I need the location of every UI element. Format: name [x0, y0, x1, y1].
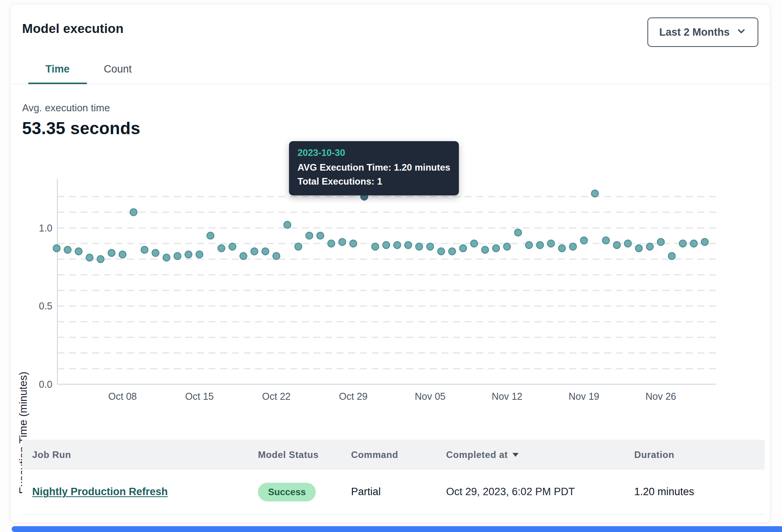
scatter-point[interactable]: [602, 237, 609, 244]
col-header-completed-at-label: Completed at: [446, 449, 508, 460]
stat-label: Avg. execution time: [22, 102, 770, 114]
col-header-command: Command: [351, 449, 446, 460]
scatter-point[interactable]: [679, 240, 686, 247]
stat-block: Avg. execution time 53.35 seconds: [10, 102, 770, 138]
scatter-point[interactable]: [625, 240, 631, 247]
scatter-point[interactable]: [141, 246, 148, 253]
scatter-point[interactable]: [657, 238, 664, 245]
scatter-point[interactable]: [273, 252, 280, 259]
scatter-point[interactable]: [163, 254, 170, 261]
col-header-completed-at[interactable]: Completed at: [446, 449, 634, 460]
scatter-point[interactable]: [218, 245, 225, 252]
job-run-link[interactable]: Nightly Production Refresh: [32, 486, 168, 497]
duration-cell: 1.20 minutes: [634, 486, 765, 498]
scatter-point[interactable]: [328, 240, 335, 247]
scatter-point[interactable]: [701, 238, 708, 245]
scatter-point[interactable]: [526, 242, 533, 249]
chevron-down-icon: [736, 26, 747, 39]
date-range-dropdown[interactable]: Last 2 Months: [647, 17, 758, 47]
page-title: Model execution: [22, 21, 124, 36]
scatter-point[interactable]: [405, 242, 412, 249]
scatter-point[interactable]: [152, 249, 159, 256]
scatter-point[interactable]: [592, 190, 599, 197]
chart-area: Execution Time (minutes) 0.00.51.0Oct 08…: [10, 167, 771, 431]
scatter-point[interactable]: [514, 229, 521, 236]
scatter-point[interactable]: [580, 237, 587, 244]
table-header-row: Job Run Model Status Command Completed a…: [22, 440, 765, 470]
scatter-point[interactable]: [350, 240, 357, 247]
scatter-point[interactable]: [86, 254, 93, 261]
scatter-point[interactable]: [427, 243, 434, 250]
scatter-point[interactable]: [196, 251, 203, 258]
x-tick-label: Nov 12: [492, 391, 522, 402]
col-header-job-run: Job Run: [22, 449, 258, 460]
tab-time[interactable]: Time: [28, 63, 87, 84]
x-tick-label: Nov 05: [415, 391, 445, 402]
scatter-point[interactable]: [119, 251, 126, 258]
status-badge: Success: [258, 483, 316, 501]
scatter-point[interactable]: [569, 243, 576, 250]
table-row: Nightly Production Refresh Success Parti…: [22, 470, 765, 515]
scatter-point[interactable]: [690, 240, 697, 247]
scatter-point[interactable]: [372, 243, 379, 250]
scatter-point[interactable]: [339, 238, 346, 245]
scatter-point[interactable]: [394, 242, 401, 249]
chart-tooltip: 2023-10-30 AVG Execution Time: 1.20 minu…: [289, 141, 459, 195]
scatter-point[interactable]: [481, 246, 488, 253]
date-range-label: Last 2 Months: [659, 26, 730, 38]
scatter-point[interactable]: [317, 232, 324, 239]
scatter-point[interactable]: [53, 245, 60, 252]
tab-count[interactable]: Count: [87, 63, 149, 84]
scatter-point[interactable]: [613, 242, 620, 249]
scatter-point[interactable]: [460, 245, 467, 252]
command-cell: Partial: [351, 486, 446, 498]
chart-tabs: Time Count: [10, 63, 770, 84]
y-tick-label: 0.0: [39, 379, 52, 390]
scatter-point[interactable]: [64, 246, 71, 253]
scatter-point[interactable]: [174, 252, 181, 259]
scatter-point[interactable]: [449, 248, 456, 255]
tooltip-avg-line: AVG Execution Time: 1.20 minutes: [298, 161, 450, 174]
x-tick-label: Nov 19: [569, 391, 599, 402]
scatter-point[interactable]: [635, 245, 642, 252]
scatter-point[interactable]: [383, 242, 390, 249]
col-header-model-status: Model Status: [258, 449, 351, 460]
model-execution-card: Model execution Last 2 Months Time Count…: [10, 4, 770, 523]
sort-descending-icon: [512, 453, 519, 457]
scatter-point[interactable]: [493, 245, 500, 252]
scatter-point[interactable]: [75, 248, 82, 255]
scatter-point[interactable]: [295, 243, 302, 250]
scatter-point[interactable]: [185, 251, 192, 258]
scatter-point[interactable]: [503, 243, 510, 250]
y-tick-label: 0.5: [39, 301, 52, 311]
completed-at-cell: Oct 29, 2023, 6:02 PM PDT: [446, 486, 634, 498]
y-tick-label: 1.0: [39, 223, 52, 233]
tooltip-total-line: Total Executions: 1: [298, 174, 450, 188]
x-tick-label: Oct 29: [339, 391, 368, 402]
scatter-point[interactable]: [207, 232, 214, 239]
scatter-point[interactable]: [668, 252, 675, 259]
scatter-point[interactable]: [108, 249, 115, 256]
scatter-point[interactable]: [262, 248, 269, 255]
scatter-point[interactable]: [547, 240, 554, 247]
scatter-point[interactable]: [438, 248, 445, 255]
scatter-point[interactable]: [559, 245, 566, 252]
col-header-duration: Duration: [634, 449, 765, 460]
scatter-point[interactable]: [97, 256, 104, 263]
scatter-point[interactable]: [229, 243, 236, 250]
scatter-point[interactable]: [306, 232, 313, 239]
scatter-point[interactable]: [240, 252, 247, 259]
card-header: Model execution Last 2 Months: [10, 4, 770, 47]
execution-time-chart[interactable]: 0.00.51.0Oct 08Oct 15Oct 22Oct 29Nov 05N…: [10, 167, 771, 431]
scatter-point[interactable]: [251, 248, 258, 255]
scatter-point[interactable]: [536, 242, 543, 249]
scatter-point[interactable]: [416, 243, 423, 250]
horizontal-scrollbar[interactable]: [12, 526, 782, 532]
scatter-point[interactable]: [646, 243, 653, 250]
scatter-point[interactable]: [284, 221, 291, 228]
stat-value: 53.35 seconds: [22, 119, 770, 138]
scatter-point[interactable]: [130, 209, 137, 216]
x-tick-label: Oct 08: [108, 391, 137, 402]
scatter-point[interactable]: [471, 240, 478, 247]
x-tick-label: Oct 15: [185, 391, 214, 402]
